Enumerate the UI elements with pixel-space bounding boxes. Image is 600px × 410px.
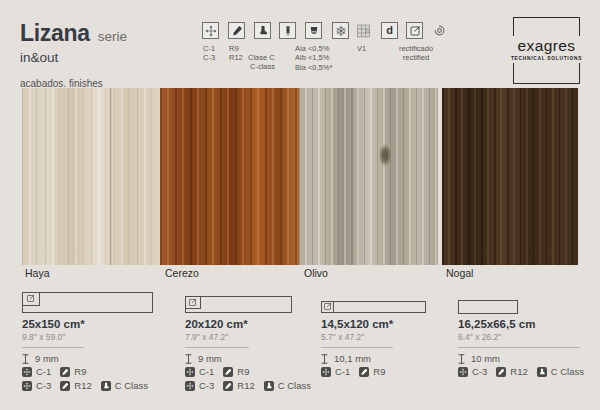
foot-icon <box>101 381 111 391</box>
product-size: 20x120 cm* <box>185 318 248 330</box>
foot-icon <box>264 381 274 391</box>
pen-slip-icon <box>228 22 245 39</box>
arrows-icon <box>458 367 468 377</box>
product-column: 14,5x120 cm* 5.7" x 47.2" 10,1 mm C-1 R9 <box>321 292 471 402</box>
rating-row: C-3 R12 C Class <box>22 380 157 391</box>
rating-badge: C-1 <box>22 366 51 377</box>
arrows-icon <box>185 381 195 391</box>
rating-badge: C-3 <box>458 366 487 377</box>
rating-badge: R9 <box>60 366 86 377</box>
rating-badge: C-3 <box>185 380 214 391</box>
rating-badge: C Class <box>537 366 584 377</box>
rating-label: C Class <box>115 380 148 391</box>
rating-badge: C-3 <box>22 380 51 391</box>
rating-label: R12 <box>74 380 91 391</box>
catalog-page: Lizana serie in&out acabados. finishes d… <box>0 0 600 410</box>
finish-name: Haya <box>25 267 50 279</box>
height-gauge-icon <box>321 354 328 364</box>
arrows-icon <box>321 367 331 377</box>
divider <box>185 347 249 348</box>
thickness-value: 9 mm <box>35 353 59 364</box>
cert-label-slip-ramp: R9 R12 <box>229 44 243 63</box>
rating-badge: C Class <box>264 380 311 391</box>
height-gauge-icon <box>458 354 465 364</box>
product-size: 25x150 cm* <box>22 318 85 330</box>
chemical-cup-icon <box>305 22 322 39</box>
series-subtitle: in&out <box>20 50 127 65</box>
rating-label: R9 <box>74 366 86 377</box>
product-column: 20x120 cm* 7.9" x 47.2" 9 mm C-1 R9 C-3 … <box>185 292 335 402</box>
rating-badge: R12 <box>496 366 527 377</box>
height-gauge-icon <box>185 354 192 364</box>
rectified-corner-icon <box>22 292 40 306</box>
series-suffix: serie <box>98 29 127 44</box>
rectified-square-arrow-icon <box>406 22 423 39</box>
move-arrows-icon <box>202 22 219 39</box>
divider <box>321 347 393 348</box>
finish-swatch-haya <box>22 88 160 265</box>
rating-label: R12 <box>237 380 254 391</box>
plank-outline <box>22 292 153 313</box>
thickness-row: 10,1 mm <box>321 353 371 364</box>
rating-label: C-3 <box>36 380 51 391</box>
pen-icon <box>223 381 233 391</box>
brand-tagline: TECHNICAL SOLUTIONS <box>511 56 582 61</box>
footwear-slip-icon <box>254 22 271 39</box>
pen-icon <box>60 367 70 377</box>
brand-name: exagres <box>518 38 576 54</box>
d-mark-icon: d <box>381 22 398 39</box>
rating-row: C-1 R9 <box>321 366 394 377</box>
product-column: 16,25x66,5 cm 6.4" x 26.2" 10 mm C-3 R12… <box>458 292 600 402</box>
finish-swatch-cerezo <box>160 88 299 265</box>
height-gauge-icon <box>22 354 29 364</box>
rating-row: C-3 R12 C Class <box>185 380 320 391</box>
arrows-icon <box>22 367 32 377</box>
rating-badge: R12 <box>223 380 254 391</box>
divider <box>458 347 580 348</box>
rating-row: C-1 R9 <box>185 366 258 377</box>
series-title: Lizana <box>20 20 90 47</box>
certificate-spiral-icon <box>431 22 448 39</box>
rating-badge: C-1 <box>185 366 214 377</box>
shade-grid-icon <box>355 22 372 39</box>
brand-logo: exagres TECHNICAL SOLUTIONS <box>513 17 580 84</box>
title-row: Lizana serie <box>20 20 127 47</box>
thickness-row: 9 mm <box>22 353 59 364</box>
cert-label-absorption: Ala <0,5% Alb <1,5% Bla <0,5%* <box>295 44 332 72</box>
rating-label: C-3 <box>472 366 487 377</box>
rating-badge: C-1 <box>321 366 350 377</box>
frost-snowflake-icon <box>332 22 349 39</box>
rating-label: C-3 <box>199 380 214 391</box>
finish-swatch-olivo <box>299 88 438 265</box>
foot-icon <box>537 367 547 377</box>
product-size-inches: 5.7" x 47.2" <box>321 332 364 342</box>
product-size-inches: 9.8" x 59.0" <box>22 332 65 342</box>
rating-badge: C Class <box>101 380 148 391</box>
thickness-row: 10 mm <box>458 353 500 364</box>
product-size-inches: 6.4" x 26.2" <box>458 332 501 342</box>
cert-label-shade: V1 <box>357 44 366 53</box>
finish-swatch-nogal <box>442 88 578 265</box>
product-size: 14,5x120 cm* <box>321 318 393 330</box>
brand-logo-band: exagres TECHNICAL SOLUTIONS <box>510 36 583 63</box>
divider <box>22 347 84 348</box>
cert-label-rectified: rectificado rectified <box>384 44 448 63</box>
rating-label: C Class <box>278 380 311 391</box>
rating-row: C-3 R12 C Class <box>458 366 593 377</box>
plank-outline <box>321 301 426 313</box>
finish-name: Cerezo <box>165 267 199 279</box>
rating-label: C Class <box>551 366 584 377</box>
product-size: 16,25x66,5 cm <box>458 318 535 330</box>
thickness-row: 9 mm <box>185 353 222 364</box>
thickness-value: 10 mm <box>471 353 500 364</box>
pen-icon <box>223 367 233 377</box>
rectified-corner-icon <box>321 301 334 313</box>
rating-label: R12 <box>510 366 527 377</box>
rating-row: C-1 R9 <box>22 366 95 377</box>
rating-label: C-1 <box>36 366 51 377</box>
rating-label: R9 <box>237 366 249 377</box>
rating-label: C-1 <box>199 366 214 377</box>
plank-outline <box>458 300 518 314</box>
finish-name: Olivo <box>304 267 328 279</box>
cert-label-slip-class: Clase C C-class <box>248 53 275 72</box>
